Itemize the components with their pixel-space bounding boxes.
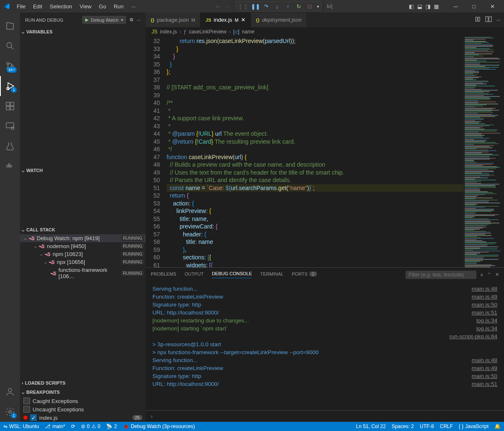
status-problems[interactable]: ⊘0 ⚠0 xyxy=(81,423,100,429)
console-source-link[interactable]: log.js:34 xyxy=(476,317,497,325)
nav-back-icon[interactable]: ← xyxy=(215,3,221,10)
console-line: > 3p-resources@1.0.0 start xyxy=(152,340,497,348)
console-line: run-script-pkg.js:64 xyxy=(152,332,497,340)
activity-extensions[interactable] xyxy=(0,96,20,116)
breakpoint-caught[interactable]: Caught Exceptions xyxy=(20,397,146,405)
menu-selection[interactable]: Selection xyxy=(46,2,75,11)
status-sync[interactable]: ⟳ xyxy=(71,423,75,429)
activity-remote-explorer[interactable] xyxy=(0,116,20,136)
section-variables[interactable]: ⌵VARIABLES xyxy=(20,27,146,36)
callstack-item[interactable]: ⌵🪱npx [10656]RUNNING xyxy=(20,258,146,266)
collapse-panel-icon[interactable]: ⌃ xyxy=(487,272,491,277)
breakpoint-file-row[interactable]: ✓index.js 25 xyxy=(20,413,146,422)
debug-console-output[interactable]: Serving function...main.js:48Function: c… xyxy=(146,281,504,410)
minimize-button[interactable]: ─ xyxy=(447,0,464,12)
activity-explorer[interactable] xyxy=(0,16,20,36)
menu-run[interactable]: Run xyxy=(110,2,127,11)
compare-icon[interactable] xyxy=(474,16,481,24)
menu-view[interactable]: View xyxy=(76,2,95,11)
tab-terminal[interactable]: TERMINAL xyxy=(260,271,284,278)
editor-tab[interactable]: {}deployment.json xyxy=(251,13,307,27)
step-into-icon[interactable]: ↓ xyxy=(274,3,281,10)
activity-run-debug[interactable]: 1 xyxy=(0,76,20,96)
layout-left-icon[interactable]: ◧ xyxy=(409,3,414,10)
console-source-link[interactable]: main.js:51 xyxy=(471,380,497,388)
restart-icon[interactable]: ↻ xyxy=(295,3,303,10)
minimap[interactable] xyxy=(463,36,504,267)
console-line: URL: http://localhost:9000/main.js:51 xyxy=(152,309,497,317)
console-source-link[interactable]: run-script-pkg.js:64 xyxy=(449,332,497,340)
debug-dropdown-icon[interactable]: ▾ xyxy=(317,4,319,9)
activity-testing[interactable] xyxy=(0,136,20,156)
callstack-item[interactable]: ⌵🪱Debug Watch: npm [9419]RUNNING xyxy=(20,234,146,242)
status-cursor-pos[interactable]: Ln 51, Col 22 xyxy=(356,423,386,429)
step-over-icon[interactable]: ↷ xyxy=(263,3,270,10)
close-tab-icon[interactable]: ✕ xyxy=(241,17,246,23)
console-source-link[interactable]: main.js:50 xyxy=(471,301,497,309)
console-source-link[interactable]: main.js:49 xyxy=(471,364,497,372)
status-language[interactable]: { }JavaScript xyxy=(459,423,489,429)
split-editor-icon[interactable] xyxy=(485,16,492,24)
callstack-item[interactable]: ⌵🪱nodemon [9450]RUNNING xyxy=(20,242,146,250)
status-ports[interactable]: 📡2 xyxy=(106,423,117,429)
step-out-icon[interactable]: ↑ xyxy=(284,3,292,10)
console-source-link[interactable]: main.js:48 xyxy=(471,285,497,293)
status-encoding[interactable]: UTF-8 xyxy=(420,423,434,429)
activity-source-control[interactable]: 1K+ xyxy=(0,56,20,76)
console-source-link[interactable]: main.js:48 xyxy=(471,356,497,364)
status-indent[interactable]: Spaces: 2 xyxy=(392,423,414,429)
console-source-link[interactable]: main.js:51 xyxy=(471,309,497,317)
console-filter-input[interactable] xyxy=(405,271,476,279)
console-source-link[interactable]: main.js:49 xyxy=(471,293,497,301)
filter-icon[interactable]: ≡ xyxy=(481,272,483,277)
editor-tab[interactable]: JSindex.jsM✕ xyxy=(200,13,251,27)
nav-forward-icon[interactable]: → xyxy=(224,3,230,10)
debug-config-selector[interactable]: ▶ Debug Watch ▾ xyxy=(82,16,126,24)
menu-edit[interactable]: Edit xyxy=(30,2,46,11)
layout-customize-icon[interactable]: ▦ xyxy=(434,3,439,10)
layout-bottom-icon[interactable]: ⬓ xyxy=(417,3,422,10)
status-eol[interactable]: CRLF xyxy=(440,423,453,429)
debug-console-input[interactable]: › xyxy=(146,410,504,422)
menu-file[interactable]: File xyxy=(13,2,29,11)
breadcrumb[interactable]: JS index.js› ƒcaseLinkPreview› [𝚌]name xyxy=(146,27,504,36)
section-callstack[interactable]: ⌵CALL STACK xyxy=(20,225,146,234)
activity-settings[interactable]: 1 xyxy=(0,402,20,422)
menu-overflow[interactable]: ··· xyxy=(128,2,139,11)
svg-rect-18 xyxy=(486,17,488,22)
tab-ports[interactable]: PORTS2 xyxy=(292,271,317,278)
callstack-item[interactable]: 🪱functions-framework [106…RUNNING xyxy=(20,266,146,280)
tab-debug-console[interactable]: DEBUG CONSOLE xyxy=(212,271,252,278)
svg-point-16 xyxy=(8,388,12,392)
tab-output[interactable]: OUTPUT xyxy=(185,271,203,278)
code-editor[interactable]: return res.json(caseLinkPreview(parsedUr… xyxy=(167,36,463,267)
more-actions-icon[interactable]: ··· xyxy=(496,17,501,23)
status-remote[interactable]: ⇋WSL: Ubuntu xyxy=(3,423,39,429)
status-debug-session[interactable]: 🐞Debug Watch (3p-resources) xyxy=(123,423,195,429)
layout-right-icon[interactable]: ◨ xyxy=(425,3,431,10)
editor-tab[interactable]: {}package.jsonM xyxy=(146,13,200,27)
tab-problems[interactable]: PROBLEMS xyxy=(151,271,176,278)
drag-handle-icon[interactable]: ⋮⋮ xyxy=(238,3,248,10)
console-source-link[interactable]: main.js:50 xyxy=(471,372,497,380)
maximize-button[interactable]: □ xyxy=(466,0,482,12)
section-watch[interactable]: ⌵WATCH xyxy=(20,166,146,175)
section-loaded-scripts[interactable]: ›LOADED SCRIPTS xyxy=(20,378,146,388)
activity-accounts[interactable] xyxy=(0,382,20,402)
more-icon[interactable]: ··· xyxy=(137,18,141,23)
status-branch[interactable]: ⎇main* xyxy=(45,423,65,429)
breakpoint-uncaught[interactable]: Uncaught Exceptions xyxy=(20,405,146,413)
section-breakpoints[interactable]: ⌵BREAKPOINTS xyxy=(20,388,146,397)
pause-icon[interactable]: ❚❚ xyxy=(252,3,259,10)
console-source-link[interactable]: log.js:34 xyxy=(476,325,497,332)
activity-docker[interactable] xyxy=(0,156,20,176)
callstack-item[interactable]: ⌵🪱npm [10623]RUNNING xyxy=(20,250,146,258)
close-button[interactable]: ✕ xyxy=(484,0,501,12)
activity-search[interactable] xyxy=(0,36,20,56)
stop-icon[interactable]: □ xyxy=(306,3,314,10)
status-notifications[interactable]: 🔔 xyxy=(494,423,501,429)
gear-icon[interactable]: ⚙ xyxy=(129,17,134,23)
checkbox-checked-icon[interactable]: ✓ xyxy=(30,414,37,421)
menu-go[interactable]: Go xyxy=(96,2,109,11)
close-panel-icon[interactable]: ✕ xyxy=(495,272,499,277)
